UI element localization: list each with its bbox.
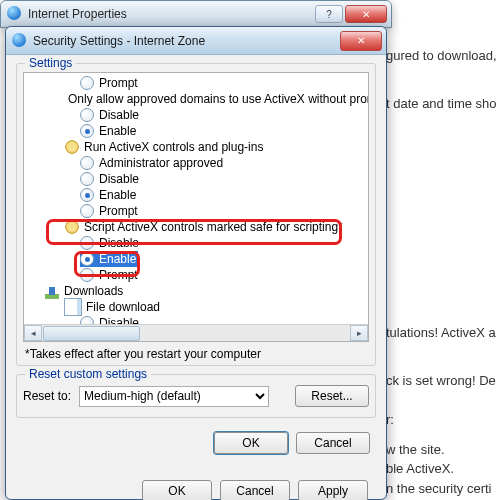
option-label: Disable (99, 172, 139, 186)
parent-ok-button[interactable]: OK (142, 480, 212, 500)
internet-options-icon (7, 6, 23, 22)
option-label: Administrator approved (99, 156, 223, 170)
group-label: Downloads (64, 284, 123, 298)
radio-enable[interactable]: Enable (80, 123, 368, 139)
downloads-icon (44, 283, 60, 299)
bg-line: tulations! ActiveX a (386, 323, 500, 343)
group-downloads: Downloads (40, 283, 368, 299)
group-approved-domains: Only allow approved domains to use Activ… (60, 91, 368, 107)
radio-icon (80, 236, 94, 250)
reset-to-label: Reset to: (23, 389, 71, 403)
dialog-button-row: OK Cancel (16, 426, 376, 460)
security-settings-dialog: Security Settings - Internet Zone ✕ Sett… (5, 26, 387, 500)
radio-icon (80, 172, 94, 186)
reset-groupbox: Reset custom settings Reset to: Medium-h… (16, 374, 376, 418)
selected-option: Enable (80, 251, 138, 267)
file-icon (64, 298, 82, 316)
bg-line: w the site. (386, 440, 500, 460)
option-label: Prompt (99, 76, 138, 90)
radio-icon (80, 252, 94, 266)
parent-title: Internet Properties (28, 7, 315, 21)
group-label: Only allow approved domains to use Activ… (68, 92, 369, 106)
group-script-activex-safe: Script ActiveX controls marked safe for … (60, 219, 368, 235)
radio-icon (80, 204, 94, 218)
radio-enable-selected[interactable]: Enable (80, 251, 368, 267)
radio-icon (80, 76, 94, 90)
close-icon: ✕ (362, 9, 370, 20)
bg-line: r: (386, 410, 500, 430)
settings-treeview[interactable]: Prompt Only allow approved domains to us… (23, 72, 369, 342)
internet-properties-dialog: Internet Properties ? ✕ (0, 0, 392, 28)
activex-icon (64, 139, 80, 155)
scroll-right-arrow[interactable]: ▸ (350, 325, 368, 341)
radio-icon (80, 108, 94, 122)
restart-note: *Takes effect after you restart your com… (25, 347, 367, 361)
reset-button[interactable]: Reset... (295, 385, 369, 407)
radio-admin-approved[interactable]: Administrator approved (80, 155, 368, 171)
background-page-text: gured to download, t date and time sho t… (386, 46, 500, 500)
bg-line: ck is set wrong! De (386, 371, 500, 391)
radio-prompt[interactable]: Prompt (80, 75, 368, 91)
radio-prompt[interactable]: Prompt (80, 267, 368, 283)
horizontal-scrollbar[interactable]: ◂ ▸ (24, 324, 368, 341)
radio-icon (80, 124, 94, 138)
scroll-thumb[interactable] (43, 326, 140, 341)
settings-groupbox: Settings Prompt Only allow approved doma… (16, 63, 376, 366)
radio-icon (80, 268, 94, 282)
radio-prompt[interactable]: Prompt (80, 203, 368, 219)
parent-titlebar[interactable]: Internet Properties ? ✕ (1, 1, 391, 27)
reset-level-combo[interactable]: Medium-high (default) (79, 386, 269, 407)
close-button[interactable]: ✕ (345, 5, 387, 23)
parent-apply-button[interactable]: Apply (298, 480, 368, 500)
group-label: Script ActiveX controls marked safe for … (84, 220, 343, 234)
radio-disable[interactable]: Disable (80, 171, 368, 187)
settings-legend: Settings (25, 56, 76, 70)
bg-line: n the security certi (386, 479, 500, 499)
close-button[interactable]: ✕ (340, 31, 382, 51)
radio-enable[interactable]: Enable (80, 187, 368, 203)
scroll-left-arrow[interactable]: ◂ (24, 325, 42, 341)
option-label: Enable (99, 124, 136, 138)
option-label: Enable (99, 188, 136, 202)
parent-cancel-button[interactable]: Cancel (220, 480, 290, 500)
group-label: Run ActiveX controls and plug-ins (84, 140, 263, 154)
parent-dialog-buttons: OK Cancel Apply (142, 480, 368, 500)
option-label: Disable (99, 108, 139, 122)
child-window-buttons: ✕ (340, 31, 382, 51)
child-title: Security Settings - Internet Zone (33, 34, 340, 48)
activex-icon (64, 219, 80, 235)
parent-window-buttons: ? ✕ (315, 5, 387, 23)
option-label: Prompt (99, 268, 138, 282)
close-icon: ✕ (357, 35, 365, 46)
radio-disable[interactable]: Disable (80, 235, 368, 251)
radio-icon (80, 188, 94, 202)
option-label: Prompt (99, 204, 138, 218)
internet-zone-icon (12, 33, 28, 49)
radio-disable[interactable]: Disable (80, 107, 368, 123)
bg-line: gured to download, (386, 46, 500, 66)
group-file-download: File download (60, 299, 368, 315)
scroll-track[interactable] (42, 325, 350, 341)
help-button[interactable]: ? (315, 5, 343, 23)
group-run-activex: Run ActiveX controls and plug-ins (60, 139, 368, 155)
cancel-button[interactable]: Cancel (296, 432, 370, 454)
bg-line: ble ActiveX. (386, 459, 500, 479)
child-titlebar[interactable]: Security Settings - Internet Zone ✕ (6, 27, 386, 55)
reset-legend: Reset custom settings (25, 367, 151, 381)
radio-icon (80, 156, 94, 170)
group-label: File download (86, 300, 160, 314)
ok-button[interactable]: OK (214, 432, 288, 454)
bg-line: t date and time sho (386, 94, 500, 114)
option-label: Enable (99, 252, 136, 266)
option-label: Disable (99, 236, 139, 250)
